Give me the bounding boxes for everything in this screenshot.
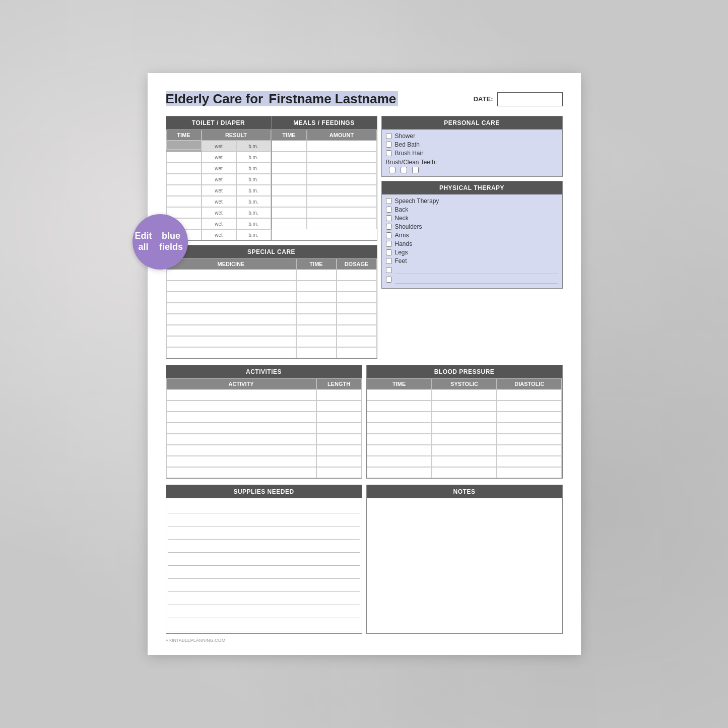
sc-time-cell[interactable] [296, 347, 337, 358]
brushhair-checkbox[interactable] [386, 150, 392, 156]
bp-systolic-cell[interactable] [432, 389, 497, 401]
bp-systolic-cell[interactable] [432, 423, 497, 434]
sc-time-cell[interactable] [296, 314, 337, 325]
bp-diastolic-cell[interactable] [497, 389, 562, 401]
sc-time-cell[interactable] [296, 325, 337, 336]
meals-amount-cell[interactable] [307, 207, 377, 218]
pt-checkbox-5[interactable] [386, 241, 392, 247]
pt-checkbox-1[interactable] [386, 207, 392, 213]
meals-time-cell[interactable] [272, 218, 307, 229]
bp-systolic-cell[interactable] [432, 445, 497, 456]
supply-line[interactable] [168, 500, 360, 513]
supply-line[interactable] [168, 513, 360, 526]
length-cell[interactable] [316, 467, 362, 478]
bp-diastolic-cell[interactable] [497, 401, 562, 412]
medicine-cell[interactable] [166, 336, 296, 347]
toilet-time-cell[interactable] [166, 163, 202, 174]
medicine-cell[interactable] [166, 325, 296, 336]
length-cell[interactable] [316, 445, 362, 456]
supply-line[interactable] [168, 566, 360, 579]
bp-time-cell[interactable] [367, 412, 432, 423]
supply-line[interactable] [168, 618, 360, 631]
activity-cell[interactable] [166, 389, 316, 401]
meals-time-cell[interactable] [272, 163, 307, 174]
meals-amount-cell[interactable] [307, 185, 377, 196]
bp-time-cell[interactable] [367, 434, 432, 445]
meals-amount-cell[interactable] [307, 218, 377, 229]
pt-checkbox-7[interactable] [386, 258, 392, 264]
length-cell[interactable] [316, 412, 362, 423]
sc-time-cell[interactable] [296, 270, 337, 281]
teeth-cb-2[interactable] [401, 167, 407, 173]
toilet-time-cell[interactable] [166, 152, 202, 163]
toilet-time-cell[interactable] [166, 174, 202, 185]
medicine-cell[interactable] [166, 314, 296, 325]
meals-amount-cell[interactable] [307, 174, 377, 185]
bp-diastolic-cell[interactable] [497, 412, 562, 423]
pt-checkbox-4[interactable] [386, 232, 392, 238]
dosage-cell[interactable] [337, 281, 377, 292]
sc-time-cell[interactable] [296, 303, 337, 314]
sc-time-cell[interactable] [296, 336, 337, 347]
sc-time-cell[interactable] [296, 281, 337, 292]
activity-cell[interactable] [166, 445, 316, 456]
medicine-cell[interactable] [166, 270, 296, 281]
length-cell[interactable] [316, 423, 362, 434]
bp-diastolic-cell[interactable] [497, 456, 562, 467]
supply-line[interactable] [168, 553, 360, 566]
length-cell[interactable] [316, 389, 362, 401]
date-input[interactable] [497, 92, 563, 106]
pt-checkbox-9[interactable] [386, 277, 392, 283]
meals-time-cell[interactable] [272, 207, 307, 218]
dosage-cell[interactable] [337, 292, 377, 303]
dosage-cell[interactable] [337, 347, 377, 358]
length-cell[interactable] [316, 401, 362, 412]
bp-diastolic-cell[interactable] [497, 423, 562, 434]
length-cell[interactable] [316, 434, 362, 445]
bedbath-checkbox[interactable] [386, 142, 392, 148]
teeth-cb-1[interactable] [389, 167, 395, 173]
meals-amount-cell[interactable] [307, 152, 377, 163]
dosage-cell[interactable] [337, 314, 377, 325]
bp-systolic-cell[interactable] [432, 434, 497, 445]
dosage-cell[interactable] [337, 325, 377, 336]
bp-systolic-cell[interactable] [432, 401, 497, 412]
bp-diastolic-cell[interactable] [497, 434, 562, 445]
supply-line[interactable] [168, 540, 360, 553]
length-cell[interactable] [316, 456, 362, 467]
meals-amount-cell[interactable] [307, 141, 377, 152]
meals-amount-cell[interactable] [307, 196, 377, 207]
meals-amount-cell[interactable] [307, 163, 377, 174]
bp-systolic-cell[interactable] [432, 467, 497, 478]
bp-diastolic-cell[interactable] [497, 445, 562, 456]
pt-checkbox-8[interactable] [386, 267, 392, 273]
activity-cell[interactable] [166, 412, 316, 423]
activity-cell[interactable] [166, 401, 316, 412]
bp-systolic-cell[interactable] [432, 456, 497, 467]
bp-time-cell[interactable] [367, 467, 432, 478]
bp-time-cell[interactable] [367, 423, 432, 434]
meals-time-cell[interactable] [272, 185, 307, 196]
pt-checkbox-6[interactable] [386, 249, 392, 255]
dosage-cell[interactable] [337, 303, 377, 314]
medicine-cell[interactable] [166, 347, 296, 358]
bp-diastolic-cell[interactable] [497, 467, 562, 478]
meals-time-cell[interactable] [272, 152, 307, 163]
medicine-cell[interactable] [166, 281, 296, 292]
pt-checkbox-3[interactable] [386, 224, 392, 230]
supply-line[interactable] [168, 526, 360, 540]
toilet-time-cell[interactable] [166, 185, 202, 196]
sc-time-cell[interactable] [296, 292, 337, 303]
bp-time-cell[interactable] [367, 401, 432, 412]
meals-time-cell[interactable] [272, 174, 307, 185]
pt-checkbox-0[interactable] [386, 198, 392, 204]
supply-line[interactable] [168, 605, 360, 618]
meals-time-cell[interactable] [272, 196, 307, 207]
medicine-cell[interactable] [166, 303, 296, 314]
teeth-cb-3[interactable] [412, 167, 419, 173]
dosage-cell[interactable] [337, 270, 377, 281]
meals-time-cell[interactable] [272, 141, 307, 152]
toilet-time-cell[interactable] [166, 196, 202, 207]
activity-cell[interactable] [166, 434, 316, 445]
pt-checkbox-2[interactable] [386, 215, 392, 221]
